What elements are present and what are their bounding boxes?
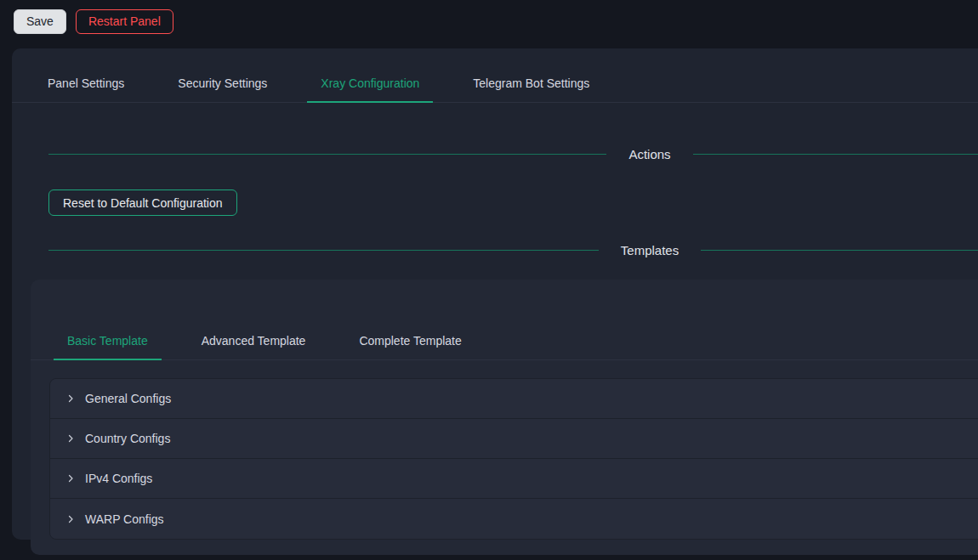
divider-line	[48, 250, 599, 251]
templates-card: Basic Template Advanced Template Complet…	[31, 280, 978, 555]
templates-divider: Templates	[48, 243, 978, 257]
tab-xray-configuration[interactable]: Xray Configuration	[307, 61, 433, 102]
divider-line	[48, 154, 606, 155]
save-button[interactable]: Save	[14, 9, 66, 34]
collapse-header-country-configs[interactable]: Country Configs	[50, 419, 978, 459]
templates-divider-label: Templates	[599, 243, 701, 257]
config-collapse-list: General Configs Country Configs IPv4 Con…	[49, 378, 978, 540]
collapse-header-label: IPv4 Configs	[85, 472, 152, 485]
divider-line	[693, 154, 978, 155]
chevron-right-icon	[65, 433, 76, 444]
reset-default-configuration-button[interactable]: Reset to Default Configuration	[48, 189, 237, 216]
tab-advanced-template[interactable]: Advanced Template	[188, 315, 320, 359]
chevron-right-icon	[65, 514, 76, 524]
actions-divider: Actions	[48, 147, 978, 161]
restart-panel-button[interactable]: Restart Panel	[76, 9, 173, 34]
chevron-right-icon	[65, 473, 76, 484]
settings-tabbar: Panel Settings Security Settings Xray Co…	[12, 48, 978, 103]
collapse-header-label: Country Configs	[85, 432, 170, 445]
topbar: Save Restart Panel	[0, 0, 978, 43]
tab-telegram-bot-settings[interactable]: Telegram Bot Settings	[459, 61, 603, 102]
tab-complete-template[interactable]: Complete Template	[345, 315, 475, 359]
settings-card: Panel Settings Security Settings Xray Co…	[12, 48, 978, 540]
tab-security-settings[interactable]: Security Settings	[164, 61, 281, 102]
tab-basic-template[interactable]: Basic Template	[54, 315, 162, 359]
collapse-header-warp-configs[interactable]: WARP Configs	[50, 499, 978, 539]
tab-panel-settings[interactable]: Panel Settings	[34, 61, 138, 102]
actions-divider-label: Actions	[606, 147, 692, 161]
chevron-right-icon	[65, 393, 76, 404]
collapse-header-label: WARP Configs	[85, 512, 164, 526]
divider-line	[701, 250, 978, 251]
collapse-header-label: General Configs	[85, 392, 171, 405]
collapse-header-general-configs[interactable]: General Configs	[50, 379, 978, 419]
collapse-header-ipv4-configs[interactable]: IPv4 Configs	[50, 459, 978, 499]
template-tabbar: Basic Template Advanced Template Complet…	[31, 315, 978, 360]
